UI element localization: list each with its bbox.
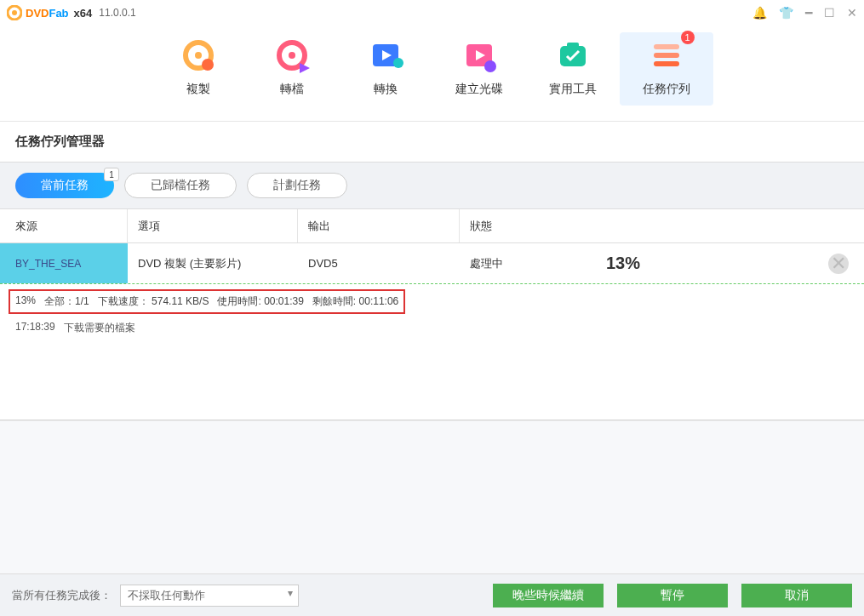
subtab-plan-label: 計劃任務 bbox=[273, 178, 321, 193]
cancel-button[interactable]: 取消 bbox=[741, 584, 852, 607]
continue-later-button[interactable]: 晚些時候繼續 bbox=[493, 584, 604, 607]
col-status: 狀態 bbox=[460, 219, 864, 234]
col-source: 來源 bbox=[0, 209, 128, 242]
svg-point-3 bbox=[195, 52, 202, 59]
convert-label: 轉換 bbox=[374, 82, 398, 97]
copy-label: 複製 bbox=[186, 82, 210, 97]
brand-text: DVDFab bbox=[26, 7, 69, 20]
svg-point-4 bbox=[202, 59, 214, 71]
empty-area bbox=[0, 420, 864, 573]
category-convert[interactable]: 轉換 bbox=[339, 32, 432, 106]
logo-icon bbox=[7, 5, 22, 20]
chevron-down-icon: ▾ bbox=[288, 587, 293, 599]
subtab-plan[interactable]: 計劃任務 bbox=[247, 173, 347, 198]
category-strip: 複製 轉檔 轉換 建立光碟 bbox=[0, 26, 864, 122]
svg-point-6 bbox=[289, 52, 295, 59]
subtabs: 當前任務 1 已歸檔任務 計劃任務 bbox=[0, 162, 864, 209]
subtab-current-label: 當前任務 bbox=[41, 178, 89, 193]
footer-label: 當所有任務完成後： bbox=[12, 588, 112, 603]
category-copy[interactable]: 複製 bbox=[152, 32, 245, 106]
pause-button[interactable]: 暫停 bbox=[617, 584, 728, 607]
task-log-row: 17:18:39 下載需要的檔案 bbox=[0, 317, 864, 339]
convert-icon bbox=[368, 37, 403, 73]
subtab-archived-label: 已歸檔任務 bbox=[151, 178, 210, 193]
page-title: 任務佇列管理器 bbox=[0, 122, 864, 162]
queue-icon bbox=[649, 37, 684, 73]
category-util[interactable]: 實用工具 bbox=[526, 32, 620, 106]
maximize-icon[interactable]: ☐ bbox=[824, 6, 835, 20]
svg-rect-17 bbox=[654, 61, 679, 66]
task-source: BY_THE_SEA bbox=[0, 243, 128, 283]
close-icon[interactable]: ✕ bbox=[847, 6, 857, 20]
arch-text: x64 bbox=[74, 7, 93, 20]
category-queue[interactable]: 1 任務佇列 bbox=[620, 32, 713, 106]
creator-label: 建立光碟 bbox=[455, 82, 503, 97]
notify-icon[interactable]: 🔔 bbox=[752, 6, 767, 20]
svg-marker-7 bbox=[300, 63, 310, 73]
footer: 當所有任務完成後： 不採取任何動作 ▾ 晚些時候繼續 暫停 取消 bbox=[0, 573, 864, 616]
account-icon[interactable]: 👕 bbox=[779, 6, 793, 20]
task-option: DVD 複製 (主要影片) bbox=[128, 256, 298, 271]
task-progress-detail: 13% 全部：1/1 下載速度： 574.11 KB/S 使用時間: 00:01… bbox=[9, 289, 405, 314]
detail-pct: 13% bbox=[15, 294, 36, 309]
app-logo: DVDFab x64 11.0.0.1 bbox=[7, 5, 136, 20]
svg-rect-15 bbox=[654, 44, 679, 49]
task-row[interactable]: BY_THE_SEA DVD 複製 (主要影片) DVD5 處理中 13% ✕ bbox=[0, 243, 864, 284]
task-status: 處理中 bbox=[470, 256, 589, 271]
minimize-icon[interactable]: ━ bbox=[805, 6, 812, 20]
table-header: 來源 選項 輸出 狀態 bbox=[0, 209, 864, 243]
version-text: 11.0.0.1 bbox=[99, 7, 135, 19]
svg-rect-14 bbox=[567, 43, 579, 49]
task-cancel-icon[interactable]: ✕ bbox=[828, 254, 849, 274]
category-ripper[interactable]: 轉檔 bbox=[245, 32, 339, 106]
task-percent: 13% bbox=[606, 254, 640, 273]
titlebar: DVDFab x64 11.0.0.1 🔔 👕 ━ ☐ ✕ bbox=[0, 0, 864, 26]
footer-select-value: 不採取任何動作 bbox=[128, 588, 205, 603]
copy-icon bbox=[180, 37, 216, 73]
log-time: 17:18:39 bbox=[15, 321, 55, 335]
ripper-icon bbox=[274, 37, 310, 73]
subtab-current-badge: 1 bbox=[104, 168, 119, 181]
svg-rect-16 bbox=[654, 53, 679, 58]
log-msg: 下載需要的檔案 bbox=[64, 321, 135, 335]
creator-icon bbox=[461, 37, 497, 73]
col-output: 輸出 bbox=[298, 209, 460, 242]
col-option: 選項 bbox=[128, 209, 298, 242]
util-icon bbox=[555, 37, 591, 73]
subtab-current[interactable]: 當前任務 1 bbox=[15, 173, 114, 198]
ripper-label: 轉檔 bbox=[280, 82, 304, 97]
svg-point-12 bbox=[484, 60, 496, 72]
subtab-archived[interactable]: 已歸檔任務 bbox=[124, 173, 237, 198]
util-label: 實用工具 bbox=[549, 82, 597, 97]
footer-action-select[interactable]: 不採取任何動作 ▾ bbox=[120, 585, 299, 607]
category-creator[interactable]: 建立光碟 bbox=[432, 32, 526, 106]
queue-label: 任務佇列 bbox=[643, 82, 690, 97]
svg-point-1 bbox=[12, 10, 17, 15]
task-output: DVD5 bbox=[298, 257, 460, 270]
